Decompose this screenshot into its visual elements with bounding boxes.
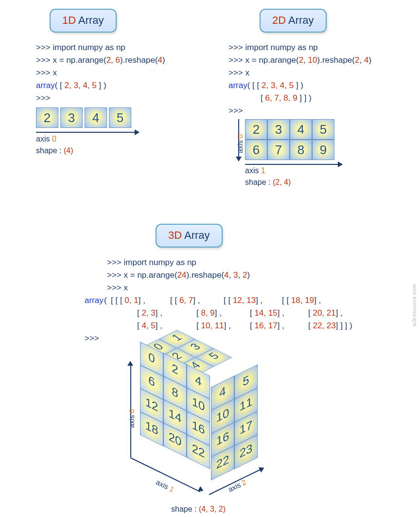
cell-2d: 9 [312,140,334,160]
axis1-arrow-2d [245,164,342,165]
section-1d: 1D Array >>> import numpy as np>>> x = n… [36,9,211,155]
cells-1d: 2345 [36,107,211,128]
axis-label-1d: axis 0 [36,135,211,143]
watermark: w3resource.com [411,284,417,326]
axis0-label-3d: axis 0 [127,409,136,428]
code-1d: >>> import numpy as np>>> x = np.arange(… [36,41,211,105]
cell-2d: 8 [290,140,312,160]
badge-3d-dim: 3D [168,229,182,241]
axis0-label-2d: axis 0 [236,134,244,153]
shape-3d: shape : (4, 3, 2) [171,505,226,514]
shape-1d: shape : (4) [36,146,211,155]
cell-2d: 6 [245,140,267,160]
badge-2d: 2D Array [260,9,327,33]
cell-1d: 4 [85,107,107,128]
axis-arrow-1d [36,132,139,133]
cell-2d: 5 [312,119,334,140]
section-3d: 3D Array >>> import numpy as np>>> x = n… [78,224,418,344]
section-2d: 2D Array >>> import numpy as np>>> x = n… [228,9,413,187]
badge-1d-word: Array [78,14,104,26]
axis1-label-2d: axis 1 [245,166,413,175]
shape-2d: shape : (2, 4) [245,178,413,187]
badge-1d: 1D Array [50,9,117,33]
grid-2d: axis 0 23456789 axis 1 shape : (2, 4) [228,119,413,187]
cell-2d: 4 [290,119,312,140]
cell-2d: 7 [267,140,290,160]
badge-3d: 3D Array [156,224,223,248]
cell-1d: 5 [109,107,131,128]
badge-2d-word: Array [288,14,314,26]
code-2d: >>> import numpy as np>>> x = np.arange(… [228,41,413,117]
cell-2d: 2 [245,119,267,140]
array-output-3d: array( [ [ [ 0, 1] ,[ [ 6, 7] ,[ [ 12, 1… [107,294,418,344]
cell-1d: 2 [36,107,58,128]
badge-1d-dim: 1D [62,14,76,26]
badge-2d-dim: 2D [272,14,286,26]
cell-1d: 3 [60,107,83,128]
cell-2d: 3 [267,119,290,140]
code-3d: >>> import numpy as np>>> x = np.arange(… [107,256,418,294]
badge-3d-word: Array [184,229,210,241]
axis0-arrowhead-3d [127,361,133,366]
